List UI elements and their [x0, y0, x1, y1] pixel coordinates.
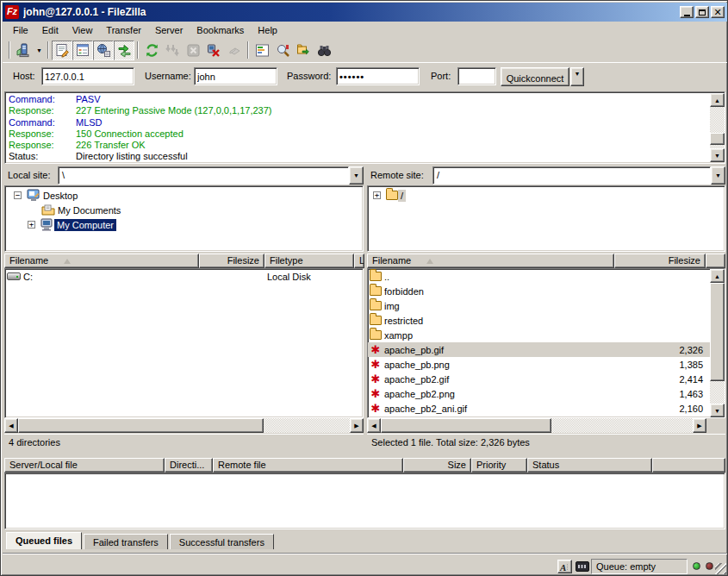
transfer-type-indicator[interactable]: A — [557, 560, 572, 573]
column-header-server-local-file[interactable]: Server/Local file — [4, 458, 165, 473]
local-hscrollbar[interactable]: ◀ ▶ — [4, 418, 364, 433]
site-manager-dropdown[interactable]: ▼ — [34, 41, 45, 60]
tree-item-label[interactable]: My Computer — [54, 219, 116, 231]
scrollbar-thumb[interactable] — [710, 283, 725, 381]
column-header-filesize[interactable]: Filesize — [614, 254, 706, 268]
quickconnect-button[interactable]: Quickconnect — [501, 67, 569, 86]
column-header-filename[interactable]: Filename — [4, 254, 199, 268]
speed-limit-indicator[interactable] — [576, 561, 589, 572]
tab-failed-transfers[interactable]: Failed transfers — [84, 534, 168, 549]
column-header-filename[interactable]: Filename — [367, 254, 614, 268]
menu-transfer[interactable]: Transfer — [99, 23, 148, 37]
log-scrollbar[interactable]: ▲ ▼ — [710, 93, 725, 162]
local-site-dropdown[interactable]: ▼ — [349, 166, 364, 185]
username-input[interactable] — [194, 67, 277, 85]
site-manager-button[interactable] — [13, 41, 34, 60]
column-header-last-modified[interactable]: L — [354, 254, 364, 268]
filter-button[interactable] — [252, 41, 272, 60]
remote-file-row[interactable]: .. — [368, 269, 710, 284]
process-queue-button[interactable] — [162, 41, 183, 60]
menu-help[interactable]: Help — [251, 23, 284, 37]
folder-icon — [370, 301, 382, 310]
expand-icon[interactable]: + — [28, 221, 35, 229]
file-name: apache_pb2.png — [384, 389, 455, 399]
remote-site-dropdown[interactable]: ▼ — [711, 166, 725, 185]
tab-successful-transfers[interactable]: Successful transfers — [170, 534, 274, 549]
file-type: Local Disk — [267, 272, 311, 282]
toggle-message-log-button[interactable] — [52, 41, 72, 60]
remote-file-row[interactable]: img — [368, 298, 710, 313]
image-file-icon: ✱ — [370, 359, 382, 370]
menu-edit[interactable]: Edit — [35, 23, 65, 37]
transfer-queue-icon — [117, 43, 132, 58]
scrollbar-thumb[interactable] — [710, 133, 725, 145]
quickconnect-dropdown[interactable]: ▼ — [570, 67, 584, 86]
drive-icon — [7, 272, 21, 280]
toggle-transfer-queue-button[interactable] — [114, 41, 134, 60]
local-site-value[interactable]: \ — [58, 166, 349, 185]
password-input[interactable] — [336, 67, 420, 85]
title-bar[interactable]: Fz john@127.0.0.1 - FileZilla ✕ — [3, 3, 727, 22]
remote-file-row[interactable]: forbidden — [368, 284, 710, 298]
toggle-remote-tree-button[interactable] — [93, 41, 114, 60]
queue-list[interactable] — [4, 473, 725, 529]
find-files-button[interactable] — [314, 41, 334, 60]
tree-item-my-computer[interactable]: + My Computer — [7, 217, 363, 232]
remote-file-row-selected[interactable]: ✱apache_pb.gif2,326 — [368, 342, 710, 357]
remote-file-row[interactable]: ✱apache_pb.png1,385 — [368, 357, 710, 372]
menu-view[interactable]: View — [65, 23, 100, 37]
tab-queued-files[interactable]: Queued files — [6, 532, 82, 549]
local-site-combo[interactable]: \ ▼ — [58, 166, 364, 185]
local-file-row[interactable]: C: Local Disk — [5, 269, 363, 284]
column-header-direction[interactable]: Directi... — [165, 458, 213, 473]
disconnect-button[interactable] — [203, 41, 224, 60]
tree-item-root[interactable]: + / — [370, 188, 725, 203]
collapse-icon[interactable]: − — [14, 191, 22, 199]
expand-icon[interactable]: + — [373, 191, 381, 199]
quickconnect-bar: Host: Username: Password: Port: Quickcon… — [3, 62, 727, 90]
remote-file-row[interactable]: ✱apache_pb2_ani.gif2,160 — [368, 401, 710, 416]
remote-hscrollbar[interactable]: ◀ ▶ — [367, 418, 706, 433]
column-header-filetype[interactable]: Filetype — [264, 254, 354, 268]
refresh-button[interactable] — [141, 41, 162, 60]
minimize-icon — [684, 15, 690, 16]
maximize-icon — [699, 9, 706, 16]
toggle-local-tree-button[interactable] — [72, 41, 93, 60]
maximize-button[interactable] — [695, 6, 709, 18]
column-header-remote-file[interactable]: Remote file — [213, 458, 403, 473]
tree-item-label[interactable]: Desktop — [40, 190, 80, 202]
resize-grip[interactable] — [715, 563, 726, 574]
arrow-left-icon: ◀ — [371, 423, 376, 429]
tree-item-label[interactable]: My Documents — [55, 204, 123, 216]
remote-site-combo[interactable]: / ▼ — [432, 166, 725, 185]
scrollbar-thumb[interactable] — [381, 418, 551, 433]
file-size: 2,414 — [679, 374, 703, 385]
cancel-button[interactable] — [183, 41, 203, 60]
column-header-filler — [706, 254, 725, 268]
tree-item-my-documents[interactable]: My Documents — [7, 203, 363, 217]
close-button[interactable]: ✕ — [711, 6, 725, 18]
remote-file-row[interactable]: ✱apache_pb2.gif2,414 — [368, 372, 710, 386]
scrollbar-thumb[interactable] — [18, 418, 264, 433]
port-input[interactable] — [457, 67, 496, 85]
minimize-button[interactable] — [680, 6, 694, 18]
menu-server[interactable]: Server — [148, 23, 190, 37]
column-header-status[interactable]: Status — [527, 458, 652, 473]
local-tree: − Desktop My Documents + My Computer — [4, 185, 364, 252]
column-header-size[interactable]: Size — [403, 458, 471, 473]
column-header-filesize[interactable]: Filesize — [199, 254, 264, 268]
remote-vscrollbar[interactable]: ▲ ▼ — [710, 269, 725, 417]
host-input[interactable] — [41, 67, 134, 85]
remote-file-row[interactable]: restricted — [368, 313, 710, 328]
synchronized-browsing-button[interactable] — [293, 41, 314, 60]
tree-item-label[interactable]: / — [398, 190, 406, 202]
column-header-priority[interactable]: Priority — [471, 458, 527, 473]
directory-comparison-button[interactable] — [272, 41, 293, 60]
menu-file[interactable]: File — [6, 23, 35, 37]
remote-file-row[interactable]: xampp — [368, 328, 710, 342]
tree-item-desktop[interactable]: − Desktop — [7, 188, 363, 203]
menu-bookmarks[interactable]: Bookmarks — [190, 23, 251, 37]
remote-file-row[interactable]: ✱apache_pb2.png1,463 — [368, 386, 710, 401]
remote-site-value[interactable]: / — [432, 166, 711, 185]
reconnect-button[interactable] — [224, 41, 245, 60]
